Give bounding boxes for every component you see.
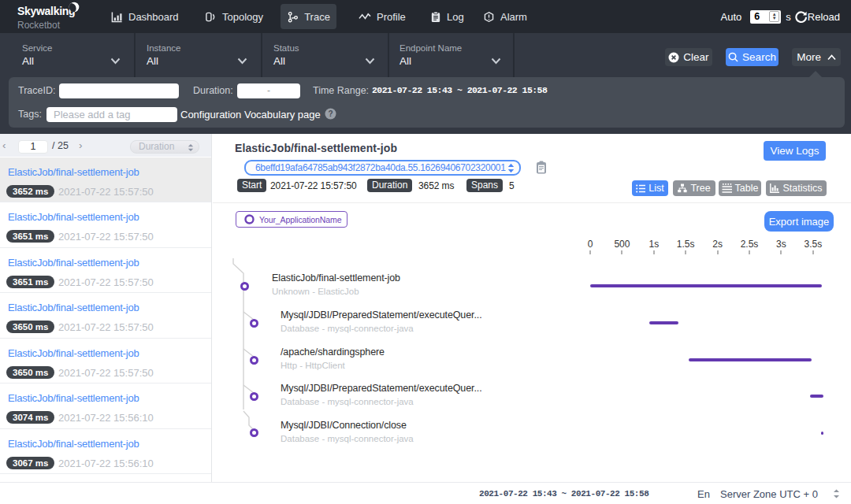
svg-text:?: ?: [328, 109, 333, 118]
